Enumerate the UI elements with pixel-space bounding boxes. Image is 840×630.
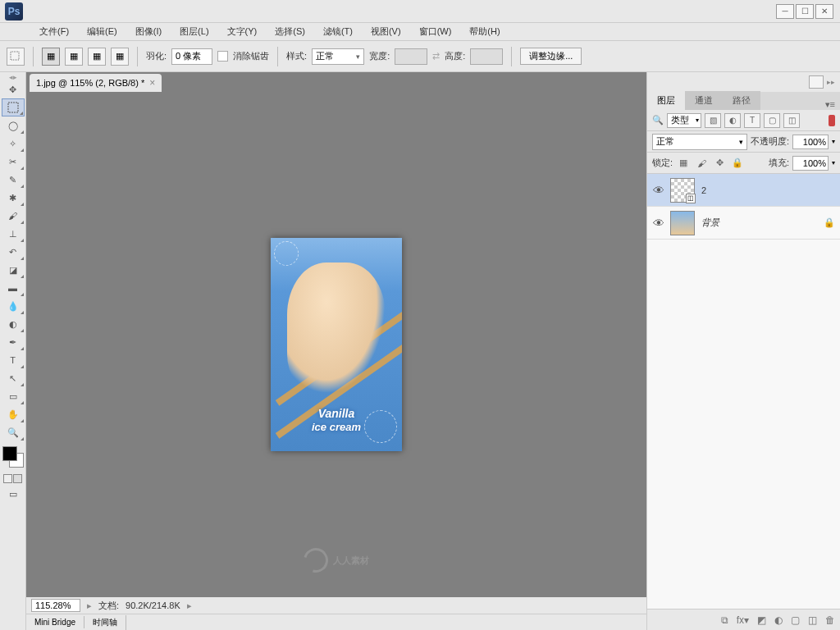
filter-adjustment-icon[interactable]: ◐ <box>724 113 741 128</box>
app-logo: Ps <box>5 2 23 21</box>
layers-blend-bar: 正常 不透明度: ▾ <box>647 131 840 153</box>
menu-item[interactable]: 滤镜(T) <box>315 23 361 40</box>
layer-visibility-icon[interactable]: 👁 <box>647 217 670 230</box>
maximize-button[interactable]: ☐ <box>796 4 814 19</box>
layer-thumbnail[interactable] <box>670 211 695 235</box>
adjustment-layer-icon[interactable]: ◐ <box>774 614 783 626</box>
panel-tab[interactable]: 通道 <box>685 91 723 110</box>
pen-tool[interactable]: ✒ <box>2 333 25 351</box>
gradient-tool[interactable]: ▬ <box>2 279 25 297</box>
intersect-selection-button[interactable]: ▦ <box>111 48 129 66</box>
eyedropper-tool[interactable]: ✎ <box>2 171 25 189</box>
stamp-tool[interactable]: ⊥ <box>2 225 25 243</box>
filter-pixel-icon[interactable]: ▧ <box>705 113 721 128</box>
menu-item[interactable]: 图像(I) <box>127 23 170 40</box>
lock-label: 锁定: <box>652 157 673 169</box>
arrow-icon[interactable]: ▸ <box>187 600 192 611</box>
layer-visibility-icon[interactable]: 👁 <box>647 184 670 197</box>
panel-tab[interactable]: 图层 <box>647 91 685 110</box>
layer-name[interactable]: 背景 <box>701 217 824 229</box>
magic-wand-tool[interactable]: ✧ <box>2 135 25 153</box>
new-layer-icon[interactable]: ◫ <box>808 614 817 626</box>
link-layers-icon[interactable]: ⧉ <box>721 614 728 626</box>
move-tool[interactable]: ✥ <box>2 80 25 98</box>
screen-mode-button[interactable]: ▭ <box>2 485 25 503</box>
panel-menu-icon[interactable]: ▾≡ <box>820 99 840 110</box>
close-button[interactable]: ✕ <box>815 4 833 19</box>
menu-item[interactable]: 选择(S) <box>267 23 313 40</box>
shape-tool[interactable]: ▭ <box>2 387 25 405</box>
path-selection-tool[interactable]: ↖ <box>2 369 25 387</box>
minimize-button[interactable]: ─ <box>776 4 794 19</box>
menu-item[interactable]: 窗口(W) <box>411 23 460 40</box>
marquee-tool[interactable] <box>2 98 25 116</box>
layer-row[interactable]: 👁 背景 🔒 <box>647 207 840 240</box>
menu-item[interactable]: 帮助(H) <box>461 23 508 40</box>
foreground-color[interactable] <box>2 446 17 461</box>
layer-thumbnail[interactable]: ◫ <box>670 178 695 203</box>
panel-tab[interactable]: 路径 <box>723 91 760 110</box>
lock-pixels-icon[interactable]: 🖌 <box>694 157 709 170</box>
style-select[interactable]: 正常 <box>312 48 364 65</box>
lock-transparent-icon[interactable]: ▦ <box>676 157 691 170</box>
bottom-tab[interactable]: Mini Bridge <box>26 616 84 628</box>
main-area: ◂▸ ✥ ◯ ✧ ✂ ✎ ✱ 🖌 ⊥ ↶ ◪ ▬ 💧 ◐ ✒ T ↖ ▭ ✋ 🔍… <box>0 72 840 630</box>
fill-input[interactable] <box>792 156 829 171</box>
color-swatches[interactable] <box>2 446 24 468</box>
new-selection-button[interactable]: ▦ <box>42 48 60 66</box>
delete-layer-icon[interactable]: 🗑 <box>825 614 835 626</box>
document-tab[interactable]: 1.jpg @ 115% (2, RGB/8) * × <box>30 74 162 92</box>
filter-shape-icon[interactable]: ▢ <box>764 113 780 128</box>
blend-mode-select[interactable]: 正常 <box>652 134 747 150</box>
arrow-icon[interactable]: ▸ <box>87 600 92 611</box>
layer-group-icon[interactable]: ▢ <box>791 614 800 626</box>
antialias-checkbox[interactable] <box>217 51 228 62</box>
opacity-input[interactable] <box>792 135 829 149</box>
zoom-tool[interactable]: 🔍 <box>2 423 25 441</box>
eraser-tool[interactable]: ◪ <box>2 261 25 279</box>
menu-item[interactable]: 文件(F) <box>31 23 77 40</box>
chevron-down-icon[interactable]: ▾ <box>832 159 835 167</box>
canvas-text-2: ice cream <box>271 421 402 433</box>
menu-item[interactable]: 图层(L) <box>171 23 217 40</box>
filter-toggle[interactable] <box>829 115 835 126</box>
quick-mask-toggle[interactable] <box>3 474 23 483</box>
crop-tool[interactable]: ✂ <box>2 153 25 171</box>
refine-edge-button[interactable]: 调整边缘... <box>520 48 582 65</box>
collapse-arrow-icon[interactable]: ▸▸ <box>827 78 835 86</box>
type-tool[interactable]: T <box>2 351 25 369</box>
collapsed-panel-icon[interactable] <box>809 75 824 89</box>
dodge-tool[interactable]: ◐ <box>2 315 25 333</box>
blur-tool[interactable]: 💧 <box>2 297 25 315</box>
filter-smart-icon[interactable]: ◫ <box>783 113 800 128</box>
chevron-down-icon[interactable]: ▾ <box>832 138 835 145</box>
zoom-input[interactable] <box>31 599 80 612</box>
brush-tool[interactable]: 🖌 <box>2 207 25 225</box>
height-label: 高度: <box>445 50 465 62</box>
healing-brush-tool[interactable]: ✱ <box>2 189 25 207</box>
add-selection-button[interactable]: ▦ <box>65 48 83 66</box>
tool-preset-button[interactable] <box>7 48 25 66</box>
close-icon[interactable]: × <box>149 77 155 89</box>
history-brush-tool[interactable]: ↶ <box>2 243 25 261</box>
filter-type-select[interactable]: 类型 <box>667 113 701 128</box>
swap-icon[interactable]: ⇄ <box>432 51 440 62</box>
lock-all-icon[interactable]: 🔒 <box>730 157 745 170</box>
menu-item[interactable]: 视图(V) <box>363 23 409 40</box>
menu-item[interactable]: 文字(Y) <box>219 23 266 40</box>
canvas-area[interactable]: Vanilla ice cream 人人素材 <box>26 92 646 597</box>
filter-type-icon[interactable]: T <box>744 113 760 128</box>
layer-fx-icon[interactable]: fx▾ <box>737 614 749 626</box>
panel-grip[interactable]: ◂▸ <box>0 74 25 80</box>
feather-input[interactable] <box>171 48 212 65</box>
layer-name[interactable]: 2 <box>701 185 824 195</box>
bottom-tab[interactable]: 时间轴 <box>84 615 126 630</box>
subtract-selection-button[interactable]: ▦ <box>88 48 106 66</box>
layer-mask-icon[interactable]: ◩ <box>757 614 766 626</box>
layer-row[interactable]: 👁 ◫ 2 <box>647 174 840 207</box>
lasso-tool[interactable]: ◯ <box>2 116 25 135</box>
opacity-label: 不透明度: <box>751 135 789 148</box>
lock-position-icon[interactable]: ✥ <box>712 157 727 170</box>
menu-item[interactable]: 编辑(E) <box>79 23 126 40</box>
hand-tool[interactable]: ✋ <box>2 405 25 423</box>
